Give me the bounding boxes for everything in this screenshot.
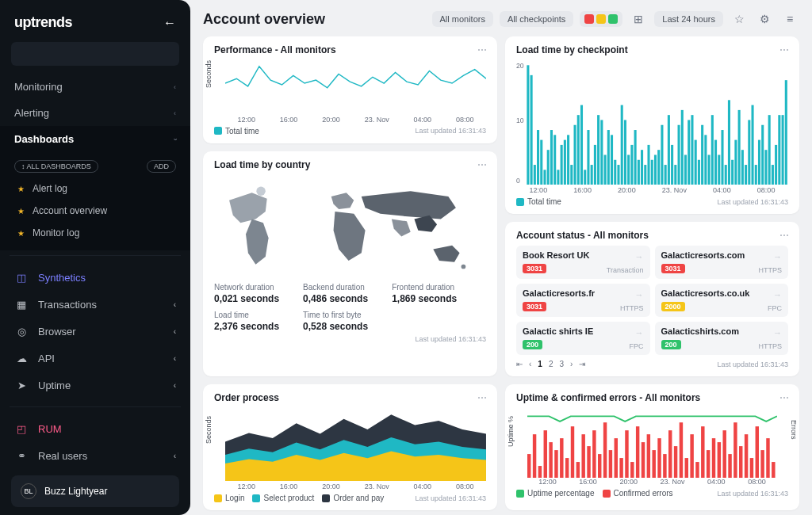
y-axis-label: Seconds: [205, 60, 213, 88]
metric: Backend duration0,486 seconds: [303, 283, 368, 304]
svg-rect-127: [750, 458, 753, 478]
page-prev-icon[interactable]: ‹: [529, 360, 531, 368]
filter-monitors[interactable]: All monitors: [432, 11, 493, 27]
card-menu-icon[interactable]: ⋯: [779, 230, 790, 241]
svg-rect-4: [530, 75, 533, 185]
card-title: Load time by country: [214, 159, 486, 170]
page-first-icon[interactable]: ⇤: [516, 360, 523, 368]
nav-monitoring[interactable]: Monitoring‹: [0, 74, 190, 100]
svg-rect-71: [755, 165, 757, 185]
svg-rect-123: [728, 454, 731, 478]
dash-alert-log[interactable]: ★Alert log: [0, 177, 190, 200]
svg-rect-23: [594, 145, 596, 185]
all-dashboards-button[interactable]: ↕ ALL DASHBOARDS: [14, 160, 98, 173]
status-tile[interactable]: Galacticresorts.fr 3031 → HTTPS: [516, 284, 650, 317]
gear-icon[interactable]: ⚙: [755, 10, 774, 29]
svg-text:0: 0: [516, 177, 520, 185]
nav-transactions[interactable]: ▦Transactions‹: [0, 291, 190, 318]
svg-rect-126: [745, 434, 748, 478]
star-icon: ★: [17, 185, 25, 193]
svg-rect-29: [614, 160, 616, 185]
card-menu-icon[interactable]: ⋯: [477, 44, 488, 55]
svg-rect-94: [571, 426, 574, 478]
time-range[interactable]: Last 24 hours: [654, 11, 723, 27]
svg-rect-25: [600, 120, 603, 185]
status-filter[interactable]: [580, 11, 622, 27]
nav-uptime[interactable]: ➤Uptime‹: [0, 372, 190, 399]
card-menu-icon[interactable]: ⋯: [477, 392, 488, 403]
status-tile[interactable]: Book Resort UK 3031 → Transaction: [516, 246, 650, 279]
nav-api[interactable]: ☁API‹: [0, 345, 190, 372]
svg-rect-33: [627, 154, 630, 185]
grid-view-icon[interactable]: ⊞: [629, 10, 648, 29]
sidebar: uptrends ← Monitoring‹ Alerting‹ Dashboa…: [0, 0, 190, 515]
star-icon: ★: [17, 229, 25, 238]
svg-rect-99: [598, 454, 601, 478]
svg-rect-39: [647, 145, 649, 185]
svg-rect-113: [674, 446, 677, 478]
status-tile[interactable]: Galacticresorts.com 3031 → HTTPS: [655, 246, 789, 279]
nav-rum[interactable]: ◰RUM: [0, 415, 190, 442]
dash-monitor-log[interactable]: ★Monitor log: [0, 222, 190, 244]
svg-rect-102: [615, 438, 618, 478]
svg-rect-45: [668, 115, 670, 185]
card-menu-icon[interactable]: ⋯: [477, 159, 488, 170]
page-next-icon[interactable]: ›: [570, 360, 573, 368]
order-chart: [225, 408, 486, 481]
svg-rect-68: [745, 165, 747, 185]
nav-synthetics[interactable]: ◫ Synthetics: [0, 264, 190, 291]
page-last-icon[interactable]: ⇥: [579, 360, 585, 368]
svg-rect-58: [711, 115, 714, 185]
svg-rect-11: [553, 135, 556, 185]
back-button[interactable]: ←: [163, 16, 176, 30]
svg-rect-73: [761, 125, 764, 185]
uptime-chart: [527, 408, 777, 478]
svg-rect-9: [547, 150, 550, 185]
svg-rect-77: [775, 145, 777, 185]
last-updated: Last updated 16:31:43: [415, 127, 486, 135]
uptime-icon: ➤: [14, 378, 29, 392]
status-tile[interactable]: Galacticshirts.com 200 → HTTPS: [655, 322, 789, 355]
filter-checkpoints[interactable]: All checkpoints: [500, 11, 573, 27]
pagination[interactable]: ⇤ ‹ 1 2 3 › ⇥: [516, 360, 585, 368]
metric: Load time2,376 seconds: [214, 311, 279, 332]
arrow-icon: →: [773, 290, 782, 299]
svg-text:20: 20: [516, 62, 524, 70]
star-icon[interactable]: ☆: [730, 10, 749, 29]
svg-rect-53: [695, 140, 697, 185]
svg-rect-50: [684, 154, 687, 185]
svg-rect-98: [592, 430, 596, 478]
arrow-icon: →: [635, 290, 644, 299]
svg-rect-35: [634, 130, 637, 185]
svg-rect-34: [630, 145, 633, 185]
svg-rect-93: [565, 458, 569, 478]
dash-account-overview[interactable]: ★Account overview: [0, 200, 190, 222]
svg-rect-22: [591, 165, 593, 185]
avatar: BL: [21, 483, 36, 499]
card-menu-icon[interactable]: ⋯: [779, 44, 790, 55]
metric: Frontend duration1,869 seconds: [392, 283, 457, 304]
svg-rect-104: [625, 430, 628, 478]
card-menu-icon[interactable]: ⋯: [779, 392, 790, 403]
svg-rect-37: [641, 150, 643, 185]
sidebar-search[interactable]: [11, 42, 179, 66]
user-menu[interactable]: BL Buzz Lightyear: [11, 475, 179, 507]
status-tile[interactable]: Galacticresorts.co.uk 2000 → FPC: [655, 284, 789, 317]
menu-icon[interactable]: ≡: [780, 10, 799, 29]
nav-dashboards[interactable]: Dashboards‹: [0, 126, 190, 152]
svg-rect-96: [581, 434, 584, 478]
status-tile[interactable]: Galactic shirts IE 200 → FPC: [516, 322, 650, 355]
card-checkpoint: Load time by checkpoint ⋯ 20100 12:0016:…: [505, 36, 799, 214]
svg-rect-95: [576, 462, 580, 478]
add-dashboard-button[interactable]: ADD: [147, 160, 176, 173]
nav-browser[interactable]: ◎Browser‹: [0, 318, 190, 345]
svg-rect-128: [756, 426, 759, 478]
card-title: Uptime & confirmed errors - All monitors: [516, 392, 788, 403]
nav-real-users[interactable]: ⚭Real users‹: [0, 442, 190, 469]
svg-rect-41: [654, 154, 657, 185]
svg-rect-80: [785, 80, 787, 185]
svg-rect-59: [714, 140, 717, 185]
svg-rect-30: [617, 165, 619, 185]
svg-rect-63: [728, 100, 730, 185]
nav-alerting[interactable]: Alerting‹: [0, 100, 190, 126]
